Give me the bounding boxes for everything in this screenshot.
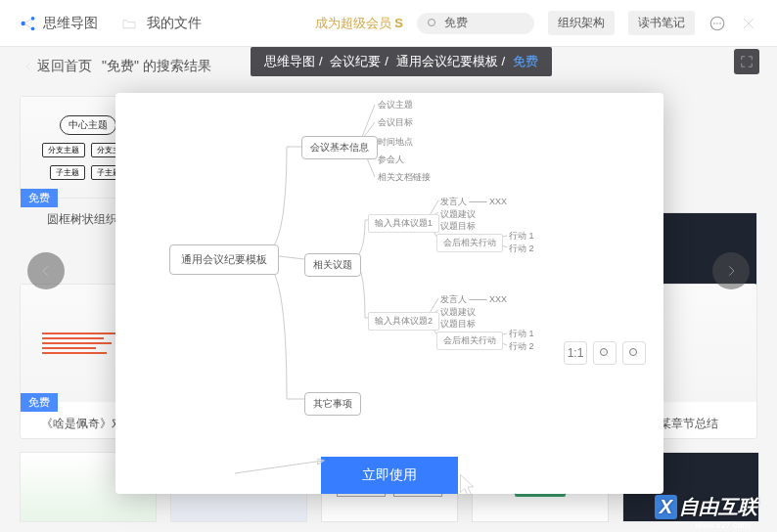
fullscreen-icon (740, 55, 754, 68)
chat-icon[interactable] (708, 15, 726, 32)
top-bar: 思维导图 我的文件 成为超级会员 S 组织架构 读书笔记 (0, 0, 777, 47)
search-box[interactable] (417, 13, 534, 34)
prev-button[interactable] (27, 252, 65, 289)
zoom-controls: 1:1 (564, 341, 646, 365)
svg-line-10 (235, 461, 323, 473)
svg-point-5 (713, 22, 715, 24)
mm-root: 通用会议纪要模板 (169, 244, 279, 275)
cursor-icon (458, 472, 478, 500)
mm-node-topics: 相关议题 (304, 253, 361, 277)
thumb-center: 中心主题 (60, 115, 116, 135)
svg-point-0 (22, 21, 26, 25)
close-icon[interactable] (740, 15, 757, 32)
svg-point-7 (719, 22, 721, 24)
mindmap-icon (20, 15, 37, 32)
mm-node-basic: 会议基本信息 (301, 136, 378, 159)
bc-3[interactable]: 通用会议纪要模板 (396, 54, 498, 68)
mm-node-other: 其它事项 (304, 392, 361, 416)
chevron-left-icon (23, 62, 33, 71)
use-now-button[interactable]: 立即使用 (321, 457, 458, 494)
zoom-in-button[interactable] (593, 341, 617, 365)
fullscreen-button[interactable] (734, 49, 759, 74)
svg-point-6 (716, 22, 718, 24)
vip-link[interactable]: 成为超级会员 S (315, 15, 403, 32)
aspect-button[interactable]: 1:1 (564, 341, 587, 365)
topbar-right: 成为超级会员 S 组织架构 读书笔记 (315, 11, 757, 35)
zoom-out-icon (628, 347, 640, 359)
my-files-link[interactable]: 我的文件 (147, 15, 202, 32)
zoom-in-icon (599, 347, 611, 359)
back-text: 返回首页 (37, 58, 92, 75)
search-icon (427, 18, 438, 29)
chevron-left-icon (39, 264, 53, 278)
watermark-url: www.x27.com (695, 520, 750, 530)
svg-point-2 (31, 26, 35, 30)
arrow-annotation-icon (233, 457, 331, 476)
template-preview-modal: 通用会议纪要模板 会议基本信息 相关议题 其它事项 会议主题 会议目标 时间地点… (115, 93, 663, 494)
bc-1[interactable]: 思维导图 (264, 54, 315, 68)
modal-content: 通用会议纪要模板 会议基本信息 相关议题 其它事项 会议主题 会议目标 时间地点… (115, 93, 663, 416)
svg-point-3 (429, 19, 435, 25)
bc-2[interactable]: 会议纪要 (330, 54, 381, 68)
zoom-out-button[interactable] (622, 341, 646, 365)
watermark-x-icon: X (655, 495, 677, 519)
next-button[interactable] (712, 252, 750, 289)
use-now-label: 立即使用 (362, 466, 417, 484)
breadcrumb: 思维导图/ 会议纪要/ 通用会议纪要模板/ 免费 (251, 47, 552, 76)
folder-icon[interactable] (121, 16, 137, 31)
chevron-right-icon (724, 264, 738, 278)
topbar-left: 思维导图 我的文件 (20, 15, 202, 32)
watermark: X 自由互联 (655, 494, 757, 520)
free-badge: 免费 (21, 189, 58, 207)
tag-org[interactable]: 组织架构 (548, 11, 615, 35)
search-result-text: "免费" 的搜索结果 (102, 58, 211, 75)
tag-notes[interactable]: 读书笔记 (628, 11, 695, 35)
svg-point-1 (31, 16, 35, 20)
search-input[interactable] (444, 17, 523, 30)
app-title: 思维导图 (43, 15, 98, 32)
free-badge: 免费 (21, 393, 58, 412)
back-link[interactable]: 返回首页 (23, 58, 92, 75)
bc-4[interactable]: 免费 (513, 54, 538, 68)
